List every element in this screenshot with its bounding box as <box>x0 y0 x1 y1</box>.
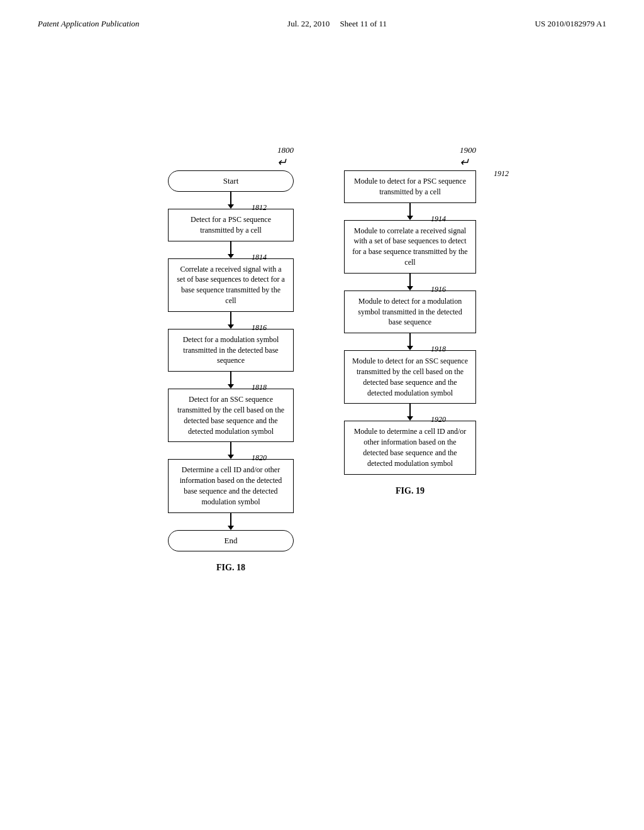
line-to-1920: 1920 <box>407 404 413 421</box>
step-1918-box: Module to detect for an SSC sequence tra… <box>344 350 476 404</box>
publication-label: Patent Application Publication <box>38 19 140 29</box>
arrow-to-end <box>228 513 234 530</box>
arrow-to-1814: 1814 <box>228 241 234 258</box>
fig18-caption: FIG. 18 <box>216 563 245 573</box>
step-1812-box: Detect for a PSC sequence transmitted by… <box>168 209 294 241</box>
page-header: Patent Application Publication Jul. 22, … <box>38 13 606 32</box>
patent-number: US 2010/0182979 A1 <box>535 19 606 29</box>
step-1914-box: Module to correlate a received signal wi… <box>344 220 476 274</box>
date-label: Jul. 22, 2010 <box>287 19 330 28</box>
end-box: End <box>168 530 294 551</box>
line-to-1916: 1916 <box>407 274 413 290</box>
arrow-to-1818: 1818 <box>228 372 234 389</box>
line-to-1918: 1918 <box>407 333 413 350</box>
fig18-arrow-indicator: ↵ <box>277 156 287 169</box>
step-1920-box: Module to determine a cell ID and/or oth… <box>344 421 476 474</box>
step-1814-box: Correlate a received signal with a set o… <box>168 258 294 312</box>
arrow-to-1820: 1820 <box>228 442 234 459</box>
arrow-to-1812: 1812 <box>228 192 234 209</box>
step-1912-box: Module to detect for a PSC sequence tran… <box>344 170 476 203</box>
fig19-number-label: 1900 <box>460 145 476 155</box>
fig19-diagram: 1900 ↵ 1912 Module to detect for a PSC s… <box>344 145 476 573</box>
line-to-1914: 1914 <box>407 203 413 220</box>
sheet-label: Sheet 11 of 11 <box>340 19 387 28</box>
fig18-ref-label: 1800 ↵ <box>277 145 294 169</box>
fig18-number-label: 1800 <box>277 145 294 155</box>
date-and-sheet: Jul. 22, 2010 Sheet 11 of 11 <box>287 19 387 29</box>
fig19-arrow-indicator: ↵ <box>460 156 469 169</box>
step-1818-box: Detect for an SSC sequence transmitted b… <box>168 389 294 442</box>
step-1816-box: Detect for a modulation symbol transmitt… <box>168 329 294 372</box>
fig18-diagram: 1800 ↵ Start 1812 Detect for a PSC seque… <box>168 145 294 573</box>
page: Patent Application Publication Jul. 22, … <box>0 0 644 830</box>
fig19-ref-label: 1900 ↵ <box>460 145 476 169</box>
step-1820-box: Determine a cell ID and/or other informa… <box>168 459 294 512</box>
step-ref-1812: 1812 <box>228 204 234 209</box>
fig19-caption: FIG. 19 <box>396 486 425 496</box>
arrow-to-1816: 1816 <box>228 312 234 329</box>
start-box: Start <box>168 170 294 192</box>
step-1916-box: Module to detect for a modulation symbol… <box>344 290 476 333</box>
